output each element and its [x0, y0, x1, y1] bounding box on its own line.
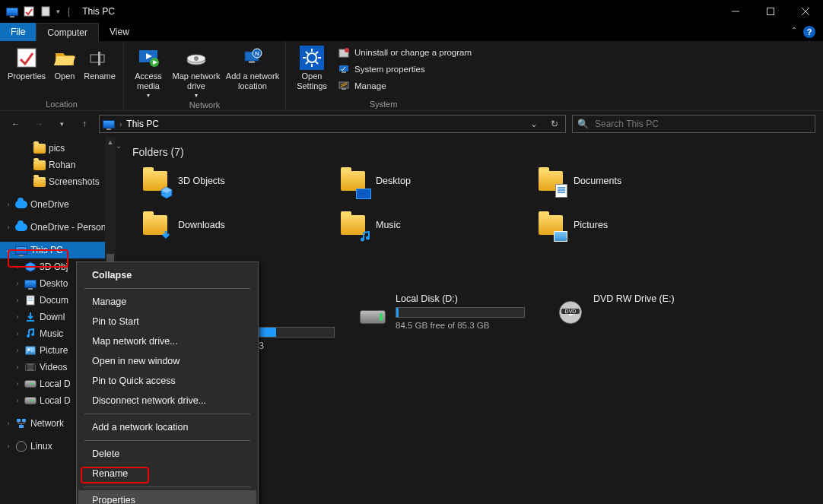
open-settings-button[interactable]: Open Settings: [291, 43, 333, 90]
svg-point-42: [31, 333, 34, 336]
minimize-button[interactable]: [718, 0, 753, 23]
svg-rect-35: [342, 88, 346, 90]
folders-header[interactable]: Folders (7): [129, 143, 823, 166]
recent-dropdown[interactable]: ▾: [53, 116, 70, 132]
ctx-manage[interactable]: Manage: [78, 292, 256, 312]
svg-point-15: [194, 56, 199, 61]
chevron-right-icon[interactable]: ›: [119, 120, 122, 128]
svg-rect-33: [342, 71, 346, 73]
manage-button[interactable]: Manage: [333, 78, 476, 94]
close-button[interactable]: [788, 0, 823, 23]
ribbon-group-network: Access media▾ Map network drive▾ N Add a…: [124, 41, 286, 110]
scroll-up-icon[interactable]: ▲: [105, 137, 116, 147]
folders-grid: 3D Objects Desktop Documents Downloads M…: [129, 166, 823, 240]
svg-point-53: [361, 238, 364, 242]
tree-rohan[interactable]: Rohan: [0, 157, 116, 173]
uninstall-button[interactable]: Uninstall or change a program: [333, 44, 476, 61]
ctx-delete[interactable]: Delete: [78, 444, 256, 464]
address-bar[interactable]: › This PC ⌄ ↻: [99, 115, 566, 133]
address-text[interactable]: This PC: [126, 119, 159, 129]
svg-rect-49: [22, 419, 26, 422]
svg-rect-6: [17, 49, 36, 67]
drive-d[interactable]: Local Disk (D:) 84.5 GB free of 85.3 GB: [357, 293, 525, 330]
properties-icon: [14, 46, 39, 70]
window-title: This PC: [82, 6, 115, 17]
ctx-pin-qa[interactable]: Pin to Quick access: [78, 371, 256, 391]
tab-view[interactable]: View: [99, 23, 140, 41]
svg-rect-1: [42, 7, 49, 16]
system-props-button[interactable]: System properties: [333, 61, 476, 78]
svg-rect-3: [767, 8, 774, 15]
svg-rect-47: [33, 364, 35, 370]
help-icon[interactable]: ?: [803, 26, 815, 38]
search-icon: 🔍: [577, 119, 589, 129]
tab-computer[interactable]: Computer: [36, 23, 99, 41]
section-collapse-icon[interactable]: ⌄: [116, 141, 122, 150]
qat-new-icon[interactable]: [40, 5, 52, 17]
tree-pics[interactable]: pics: [0, 140, 116, 157]
system-props-icon: [338, 63, 350, 75]
folder-pictures[interactable]: Pictures: [535, 210, 726, 240]
svg-rect-7: [91, 55, 104, 62]
folder-downloads[interactable]: Downloads: [140, 210, 330, 240]
ctx-map-drive[interactable]: Map network drive...: [78, 331, 256, 351]
ctx-properties[interactable]: Properties: [78, 490, 256, 504]
open-icon: [52, 46, 77, 70]
svg-marker-36: [26, 262, 35, 271]
ctx-open-new[interactable]: Open in new window: [78, 351, 256, 371]
folder-3d-objects[interactable]: 3D Objects: [140, 166, 330, 196]
tree-onedrive[interactable]: ›OneDrive: [0, 196, 116, 213]
forward-button[interactable]: →: [30, 116, 47, 132]
ctx-collapse[interactable]: Collapse: [78, 265, 256, 285]
svg-rect-8: [98, 52, 100, 65]
back-button[interactable]: ←: [8, 116, 24, 132]
address-dropdown-icon[interactable]: ⌄: [526, 119, 542, 129]
tree-screenshots[interactable]: Screenshots: [0, 173, 116, 190]
rename-button[interactable]: Rename: [81, 43, 119, 81]
tree-this-pc[interactable]: ⌄This PC: [0, 242, 116, 258]
properties-button[interactable]: Properties: [5, 43, 49, 81]
hdd-icon: [357, 293, 388, 324]
address-icon: [103, 120, 115, 128]
folder-music[interactable]: Music: [338, 210, 528, 240]
maximize-button[interactable]: [753, 0, 788, 23]
svg-rect-50: [19, 425, 24, 428]
folder-documents[interactable]: Documents: [535, 166, 726, 196]
add-location-icon: N: [240, 46, 265, 70]
map-drive-icon: [184, 46, 208, 70]
add-location-button[interactable]: N Add a network location: [224, 43, 281, 90]
divider: |: [68, 6, 70, 17]
svg-rect-48: [17, 419, 21, 422]
menu-bar: File Computer View ˆ ?: [0, 23, 823, 41]
search-placeholder: Search This PC: [595, 119, 659, 129]
access-media-button[interactable]: Access media▾: [129, 43, 168, 99]
qat-dropdown-icon[interactable]: ▾: [56, 8, 60, 15]
ribbon-group-system: Open Settings Uninstall or change a prog…: [286, 41, 481, 110]
map-drive-button[interactable]: Map network drive▾: [168, 43, 224, 99]
svg-point-41: [27, 334, 30, 338]
tab-file[interactable]: File: [0, 23, 36, 41]
drive-e[interactable]: DVD DVD RW Drive (E:): [555, 293, 675, 330]
ctx-disconnect[interactable]: Disconnect network drive...: [78, 391, 256, 410]
svg-rect-46: [26, 364, 27, 370]
qat-properties-icon[interactable]: [23, 5, 35, 17]
ribbon-collapse-icon[interactable]: ˆ: [793, 27, 796, 37]
rename-icon: [87, 46, 112, 70]
ribbon: Properties Open Rename Location Access m…: [0, 41, 823, 111]
refresh-button[interactable]: ↻: [547, 119, 562, 129]
dvd-icon: DVD: [555, 293, 586, 324]
tree-onedrive-personal[interactable]: ›OneDrive - Person: [0, 219, 116, 236]
ctx-add-loc[interactable]: Add a network location: [78, 417, 256, 437]
svg-point-54: [366, 236, 370, 240]
ctx-pin-start[interactable]: Pin to Start: [78, 312, 256, 331]
svg-rect-17: [249, 61, 255, 63]
ctx-rename[interactable]: Rename: [78, 464, 256, 483]
media-icon: [136, 46, 160, 70]
ribbon-group-location: Properties Open Rename Location: [0, 41, 124, 110]
folder-desktop[interactable]: Desktop: [338, 166, 528, 196]
search-input[interactable]: 🔍 Search This PC: [572, 115, 815, 133]
open-button[interactable]: Open: [49, 43, 81, 81]
drive-c-free-partial: 3: [259, 341, 264, 351]
svg-text:N: N: [255, 50, 259, 57]
up-button[interactable]: ↑: [76, 116, 93, 132]
